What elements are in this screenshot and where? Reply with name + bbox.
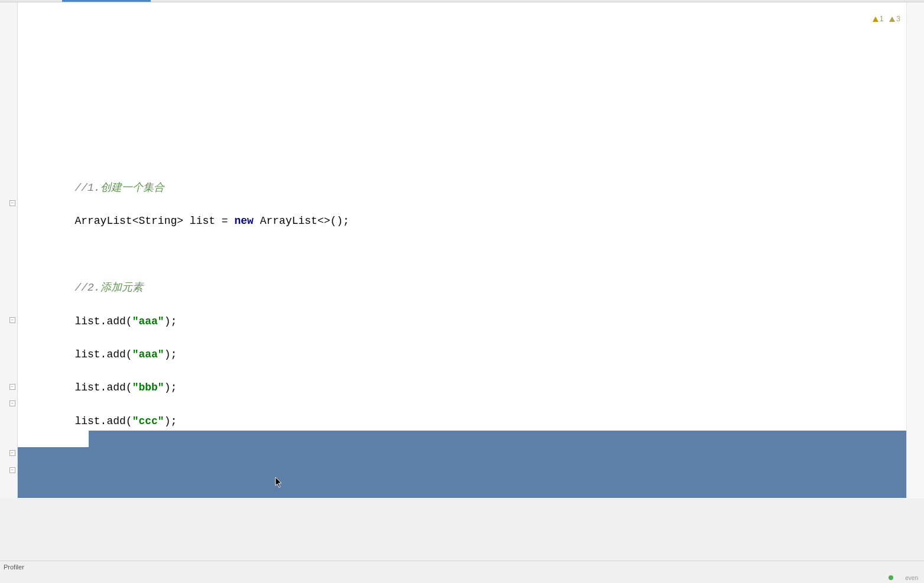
code-token: //1. xyxy=(24,182,100,194)
code-token xyxy=(24,448,30,460)
code-line: //2.添加元素 xyxy=(18,279,906,296)
code-token: "aaa" xyxy=(132,349,164,360)
code-token: ); xyxy=(164,349,177,360)
status-bar-right: even xyxy=(883,572,924,583)
code-token: //2. xyxy=(24,282,100,294)
inspection-widget[interactable]: 1 3 xyxy=(873,11,900,27)
bottom-toolbar[interactable]: Profiler xyxy=(0,561,924,572)
fold-marker-icon[interactable]: − xyxy=(9,450,15,456)
fold-marker-icon[interactable]: − xyxy=(9,400,15,406)
code-line xyxy=(18,246,906,263)
code-token: list.add( xyxy=(24,415,132,427)
fold-marker-icon[interactable]: − xyxy=(9,467,15,473)
code-line: list.add("aaa"); xyxy=(18,346,906,363)
warning-count: 1 xyxy=(880,11,884,27)
code-token: "ccc" xyxy=(132,415,164,427)
fold-marker-icon[interactable]: − xyxy=(9,200,15,206)
code-token xyxy=(24,249,30,260)
active-tab-indicator xyxy=(62,0,151,2)
code-line: //1.创建一个集合 xyxy=(18,180,906,196)
profiler-tool-button[interactable]: Profiler xyxy=(4,564,24,571)
code-token: list.add( xyxy=(24,315,132,327)
code-token: "aaa" xyxy=(132,315,164,327)
code-token: ); xyxy=(164,315,177,327)
code-token: list.add( xyxy=(24,349,132,360)
weak-warning-icon xyxy=(889,17,895,22)
code-token: list.add( xyxy=(24,382,132,393)
warning-badge[interactable]: 1 xyxy=(873,11,884,27)
code-token: new xyxy=(234,215,253,227)
status-text: even xyxy=(905,575,918,581)
status-dot-icon xyxy=(889,575,893,580)
code-line xyxy=(18,446,906,463)
fold-marker-icon[interactable]: − xyxy=(9,384,15,390)
code-line: list.add("ccc"); xyxy=(18,413,906,429)
code-token xyxy=(24,482,30,494)
code-token: 添加元素 xyxy=(100,282,143,294)
weak-warning-count: 3 xyxy=(896,11,900,27)
code-token: ); xyxy=(164,415,177,427)
code-lines: //1.创建一个集合 ArrayList<String> list = new … xyxy=(18,163,906,499)
code-token: "bbb" xyxy=(132,382,164,393)
code-line: ArrayList<String> list = new ArrayList<>… xyxy=(18,213,906,229)
warning-icon xyxy=(873,17,878,22)
code-token: ArrayList<>(); xyxy=(254,215,349,227)
code-token: ArrayList<String> list = xyxy=(24,215,234,227)
weak-warning-badge[interactable]: 3 xyxy=(889,11,900,27)
code-line: list.add("bbb"); xyxy=(18,379,906,396)
code-line xyxy=(18,480,906,496)
gutter[interactable]: − − − − − − xyxy=(0,2,18,499)
editor-pane: − − − − − − 1 3 //1.创建一个集合 ArrayList<Str… xyxy=(0,2,924,499)
code-editor[interactable]: 1 3 //1.创建一个集合 ArrayList<String> list = … xyxy=(18,2,906,499)
fold-marker-icon[interactable]: − xyxy=(9,317,15,323)
right-scrollbar-area[interactable] xyxy=(906,2,924,499)
code-token: ); xyxy=(164,382,177,393)
code-line: list.add("aaa"); xyxy=(18,313,906,330)
code-token: 创建一个集合 xyxy=(100,182,164,194)
